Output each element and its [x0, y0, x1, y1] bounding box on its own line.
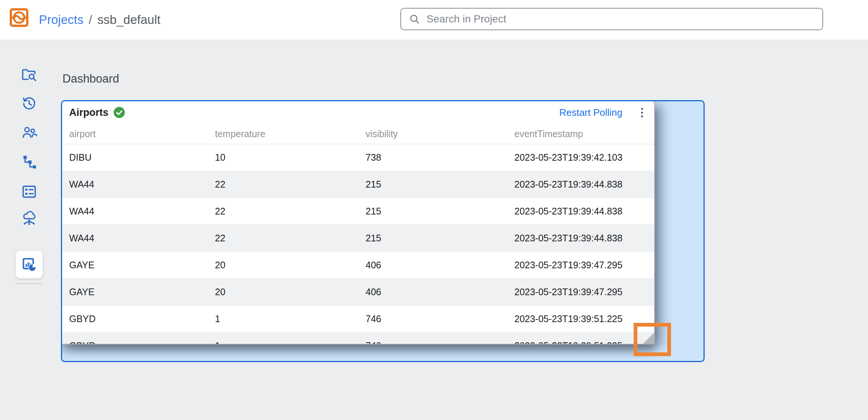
table-row: WA44222152023-05-23T19:39:44.838	[62, 171, 654, 198]
breadcrumb: Projects / ssb_default	[39, 0, 160, 40]
table-cell: 746	[366, 314, 514, 324]
annotation-highlight-box	[634, 323, 671, 356]
table-cell: 215	[366, 206, 514, 217]
table-row: GAYE204062023-05-23T19:39:47.295	[62, 279, 654, 306]
users-icon	[21, 124, 38, 141]
dashboard-grid-cell: Airports Restart Polling airporttemperat…	[61, 100, 705, 362]
form-list-icon	[21, 183, 38, 200]
sidebar-item-connectors[interactable]	[20, 209, 38, 226]
sidebar-item-users[interactable]	[20, 123, 38, 141]
sidebar-item-explorer[interactable]	[20, 66, 38, 84]
table-cell: 738	[366, 152, 514, 163]
sidebar-divider	[15, 283, 42, 284]
sidebar-item-tables[interactable]	[20, 183, 38, 201]
table-cell: GAYE	[62, 287, 215, 297]
screen: { "header": { "breadcrumb": { "root": "P…	[0, 0, 868, 420]
table-cell: GBYD	[62, 340, 215, 345]
table-cell: 1	[215, 340, 366, 345]
table-cell: 1	[215, 314, 366, 324]
flow-tree-icon	[21, 153, 38, 170]
table-cell: 215	[366, 179, 514, 190]
sidebar-item-history[interactable]	[20, 95, 38, 112]
table-cell: 22	[215, 206, 366, 217]
table-row: GBYD17462023-05-23T19:39:51.225	[62, 333, 654, 345]
table-cell: 2023-05-23T19:39:44.838	[514, 233, 654, 244]
widget-title: Airports	[69, 107, 108, 118]
page-title: Dashboard	[62, 72, 119, 86]
table-row: GBYD17462023-05-23T19:39:51.225	[62, 306, 654, 333]
table-cell: 2023-05-23T19:39:51.225	[514, 340, 654, 345]
table-cell: 22	[215, 233, 366, 244]
sidebar-item-monitoring-active[interactable]	[16, 251, 43, 278]
table-cell: WA44	[62, 179, 215, 190]
table-cell: WA44	[62, 233, 215, 244]
ssb-logo-icon[interactable]	[8, 7, 30, 28]
table-cell: 22	[215, 179, 366, 190]
table-cell: 406	[366, 260, 514, 271]
table-cell: WA44	[62, 206, 215, 217]
search-input[interactable]	[427, 13, 816, 25]
table-cell: 10	[215, 152, 366, 163]
sidebar	[0, 40, 52, 420]
search-icon	[409, 13, 421, 25]
green-check-icon	[114, 107, 125, 118]
table-cell: 2023-05-23T19:39:44.838	[514, 206, 654, 217]
airports-widget-card: Airports Restart Polling airporttemperat…	[61, 100, 655, 345]
restart-polling-button[interactable]: Restart Polling	[559, 107, 622, 118]
sidebar-item-job-flow[interactable]	[20, 153, 38, 171]
table-cell: GAYE	[62, 260, 215, 271]
column-header: airport	[62, 129, 215, 139]
table-row: WA44222152023-05-23T19:39:44.838	[62, 225, 654, 252]
column-header: visibility	[366, 129, 514, 139]
column-header: eventTimestamp	[514, 129, 654, 139]
app-header: Projects / ssb_default	[0, 0, 868, 40]
folder-search-icon	[21, 66, 38, 83]
table-row: WA44222152023-05-23T19:39:44.838	[62, 198, 654, 225]
table-body: DIBU107382023-05-23T19:39:42.103WA442221…	[62, 144, 654, 345]
table-cell: 2023-05-23T19:39:47.295	[514, 287, 654, 297]
history-clock-icon	[21, 95, 38, 112]
breadcrumb-separator: /	[89, 13, 92, 27]
table-cell: 20	[215, 287, 366, 297]
cloud-network-icon	[21, 209, 38, 226]
table-cell: 2023-05-23T19:39:44.838	[514, 179, 654, 190]
table-cell: GBYD	[62, 314, 215, 324]
table-cell: 20	[215, 260, 366, 271]
table-cell: 2023-05-23T19:39:47.295	[514, 260, 654, 271]
table-cell: DIBU	[62, 152, 215, 163]
table-cell: 2023-05-23T19:39:51.225	[514, 314, 654, 324]
column-header: temperature	[215, 129, 366, 139]
table-header-row: airporttemperaturevisibilityeventTimesta…	[62, 124, 654, 144]
breadcrumb-projects-link[interactable]: Projects	[39, 13, 83, 27]
table-row: GAYE204062023-05-23T19:39:47.295	[62, 252, 654, 279]
table-cell: 746	[366, 340, 514, 345]
table-cell: 2023-05-23T19:39:42.103	[514, 152, 654, 163]
kebab-menu-icon[interactable]	[640, 106, 644, 119]
table-cell: 406	[366, 287, 514, 297]
table-row: DIBU107382023-05-23T19:39:42.103	[62, 144, 654, 171]
dashboard-chart-icon	[21, 256, 38, 273]
widget-header: Airports Restart Polling	[62, 101, 654, 124]
table-cell: 215	[366, 233, 514, 244]
breadcrumb-current: ssb_default	[97, 13, 160, 27]
project-search	[400, 8, 823, 30]
